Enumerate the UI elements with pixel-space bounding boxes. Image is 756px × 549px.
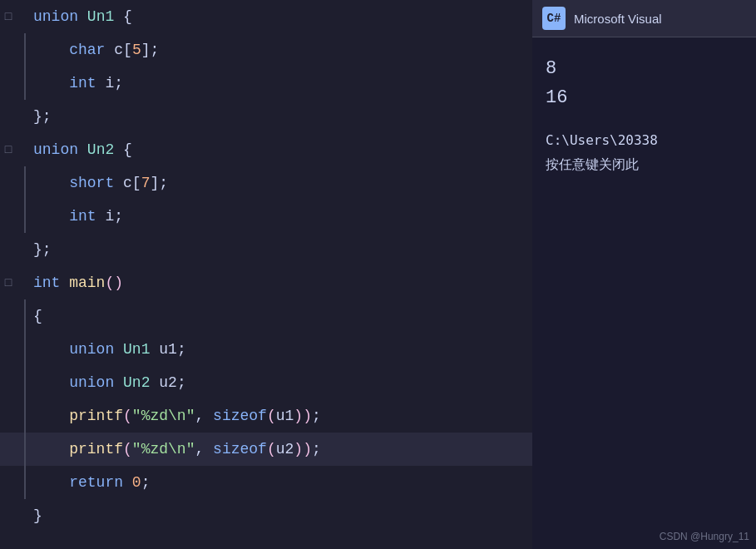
- code-line-16: }: [0, 499, 532, 532]
- code-line-15: return 0;: [0, 466, 532, 499]
- main-container: □ union Un1 { char c[5];: [0, 0, 756, 549]
- gutter-6: [0, 166, 17, 200]
- collapse-btn-9[interactable]: □: [0, 266, 17, 299]
- vert-conn-7: [17, 200, 33, 233]
- code-body-11: union Un1 u1;: [33, 333, 532, 366]
- code-line-11: union Un1 u1;: [0, 333, 532, 366]
- code-line-8: };: [0, 233, 532, 266]
- vert-conn-5: [17, 133, 33, 166]
- code-line-4: };: [0, 100, 532, 133]
- code-body-4: };: [33, 100, 532, 133]
- code-text-1: union Un1 {: [33, 0, 132, 33]
- code-body-9: int main(): [33, 266, 532, 299]
- code-line-3: int i;: [0, 67, 532, 100]
- terminal-app-icon: C#: [542, 7, 566, 30]
- code-text-13: printf("%zd\n", sizeof(u1));: [33, 399, 321, 433]
- gutter-15: [0, 466, 17, 499]
- terminal-panel: C# Microsoft Visual 8 16 C:\Users\20338 …: [532, 0, 756, 549]
- vert-conn-10: [17, 299, 33, 333]
- code-text-10: {: [33, 299, 42, 333]
- code-body-7: int i;: [33, 200, 532, 233]
- gutter-10: [0, 299, 17, 333]
- code-text-12: union Un2 u2;: [33, 366, 186, 399]
- code-body-14: printf("%zd\n", sizeof(u2));: [33, 433, 532, 466]
- watermark: CSDN @Hungry_11: [660, 531, 749, 542]
- code-line-6: short c[7];: [0, 166, 532, 200]
- code-body-3: int i;: [33, 67, 532, 100]
- gutter-4: [0, 100, 17, 133]
- vert-conn-11: [17, 333, 33, 366]
- code-text-9: int main(): [33, 266, 123, 299]
- terminal-output-line-1: 8: [546, 54, 743, 83]
- code-body-6: short c[7];: [33, 166, 532, 200]
- code-body-2: char c[5];: [33, 33, 532, 67]
- gutter-16: [0, 499, 17, 532]
- code-line-7: int i;: [0, 200, 532, 233]
- gutter-13: [0, 399, 17, 433]
- code-line-13: printf("%zd\n", sizeof(u1));: [0, 399, 532, 433]
- code-text-16: }: [33, 499, 42, 532]
- code-line-12: union Un2 u2;: [0, 366, 532, 399]
- code-text-2: char c[5];: [33, 33, 159, 67]
- collapse-btn-1[interactable]: □: [0, 0, 17, 33]
- gutter-7: [0, 200, 17, 233]
- vert-conn-3: [17, 67, 33, 100]
- vert-conn-6: [17, 166, 33, 200]
- gutter-14: [0, 433, 17, 466]
- code-line-10: {: [0, 299, 532, 333]
- vert-conn-9: [17, 266, 33, 299]
- terminal-output-line-2: 16: [546, 83, 743, 112]
- code-text-11: union Un1 u1;: [33, 333, 186, 366]
- collapse-btn-5[interactable]: □: [0, 133, 17, 166]
- code-body-8: };: [33, 233, 532, 266]
- code-line-5: □ union Un2 {: [0, 133, 532, 166]
- code-content: □ union Un1 { char c[5];: [0, 0, 532, 532]
- gutter-3: [0, 67, 17, 100]
- code-body-5: union Un2 {: [33, 133, 532, 166]
- vert-conn-2: [17, 33, 33, 67]
- code-line-9: □ int main(): [0, 266, 532, 299]
- vert-conn-14: [17, 433, 33, 466]
- code-body-15: return 0;: [33, 466, 532, 499]
- terminal-path-line: C:\Users\20338: [546, 129, 743, 153]
- code-text-6: short c[7];: [33, 166, 168, 200]
- code-body-12: union Un2 u2;: [33, 366, 532, 399]
- code-text-14: printf("%zd\n", sizeof(u2));: [33, 433, 321, 466]
- gutter-12: [0, 366, 17, 399]
- code-body-13: printf("%zd\n", sizeof(u1));: [33, 399, 532, 433]
- terminal-icon-label: C#: [547, 12, 561, 25]
- terminal-title: Microsoft Visual: [574, 12, 662, 26]
- code-text-5: union Un2 {: [33, 133, 132, 166]
- code-panel: □ union Un1 { char c[5];: [0, 0, 532, 549]
- code-body-16: }: [33, 499, 532, 532]
- vert-conn-8: [17, 233, 33, 266]
- vert-conn-1: [17, 0, 33, 33]
- vert-conn-16: [17, 499, 33, 532]
- code-line-14: printf("%zd\n", sizeof(u2));: [0, 433, 532, 466]
- code-text-3: int i;: [33, 67, 123, 100]
- terminal-path: C:\Users\20338 按任意键关闭此: [546, 129, 743, 177]
- code-text-7: int i;: [33, 200, 123, 233]
- terminal-header: C# Microsoft Visual: [532, 0, 756, 37]
- gutter-8: [0, 233, 17, 266]
- code-body-1: union Un1 {: [33, 0, 532, 33]
- terminal-prompt-line: 按任意键关闭此: [546, 153, 743, 177]
- terminal-output: 8 16: [546, 54, 743, 112]
- vert-conn-13: [17, 399, 33, 433]
- vert-conn-4: [17, 100, 33, 133]
- code-text-4: };: [33, 100, 52, 133]
- code-text-15: return 0;: [33, 466, 150, 499]
- code-text-8: };: [33, 233, 52, 266]
- code-line-2: char c[5];: [0, 33, 532, 67]
- vert-conn-15: [17, 466, 33, 499]
- gutter-11: [0, 333, 17, 366]
- code-line-1: □ union Un1 {: [0, 0, 532, 33]
- code-body-10: {: [33, 299, 532, 333]
- vert-conn-12: [17, 366, 33, 399]
- gutter-2: [0, 33, 17, 67]
- terminal-content[interactable]: 8 16 C:\Users\20338 按任意键关闭此: [532, 37, 756, 194]
